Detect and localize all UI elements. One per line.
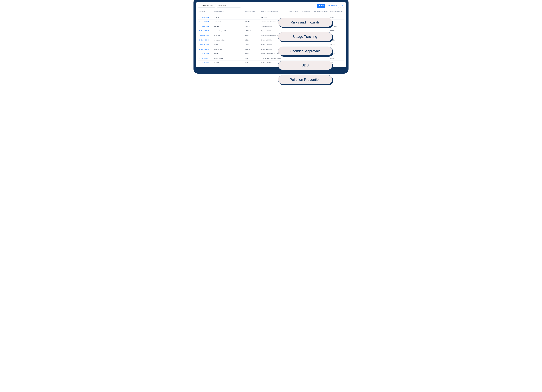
cell-product-name: Acetone — [213, 24, 244, 29]
cell-product-code: 267961 — [244, 42, 260, 47]
cell-environmental-risk — [314, 42, 329, 47]
sort-asc-icon: ▲ — [279, 11, 280, 12]
register-number-link[interactable]: CHEM-0000029 — [198, 47, 213, 51]
cell-product-code: 96996 — [244, 51, 260, 56]
plus-icon — [318, 5, 320, 7]
visualize-button-label: Visualize — [331, 5, 337, 7]
register-number-link[interactable]: CHEM-0000005 — [198, 33, 213, 38]
cell-environmental-risk — [314, 56, 329, 60]
svg-line-1 — [239, 6, 239, 6]
view-selector-dropdown[interactable]: All Chemicals (40) ▾ — [198, 4, 216, 8]
wrench-icon — [341, 5, 343, 7]
register-number-link[interactable]: CHEM-0000030 — [198, 51, 213, 56]
cell-product-name: Carbon disulfide — [213, 56, 244, 60]
sort-asc-icon: ▲ — [224, 11, 225, 12]
feature-pill-pollution-prevention: Pollution Prevention — [278, 75, 332, 84]
cell-product-name: 1-Butene — [213, 15, 244, 20]
cell-product-name: Acetic acid — [213, 20, 244, 24]
cell-product-name: Ammonia — [213, 33, 244, 38]
pie-chart-icon — [328, 5, 330, 7]
settings-button[interactable] — [340, 4, 344, 8]
cell-health-risk — [289, 56, 301, 60]
col-header-product-code[interactable]: PRODUCT CODE — [244, 10, 260, 15]
feature-pill-chemical-approvals: Chemical Approvals — [278, 47, 332, 56]
col-header-product-name[interactable]: PRODUCT NAME▲ — [213, 10, 244, 15]
col-header-sds-revision-date[interactable]: SDS REVISION DATE — [329, 10, 344, 15]
col-header-safety-risk[interactable]: SAFETY RISK — [301, 10, 314, 15]
feature-pill-usage-tracking: Usage Tracking — [278, 32, 332, 41]
visualize-button[interactable]: Visualize — [327, 4, 339, 8]
new-button-label: New — [321, 5, 324, 7]
cell-product-code: 40910 — [244, 56, 260, 60]
feature-pill-sds: SDS — [278, 61, 332, 70]
col-header-environmental-risk[interactable]: ENVIRONMENTAL RISK — [314, 10, 329, 15]
cell-sds-date: 02/2023 — [329, 42, 344, 47]
cell-product-name: Ammonium nitrate — [213, 38, 244, 42]
cell-sds-date: 02/2023 — [329, 29, 344, 33]
register-number-link[interactable]: CHEM-0000026 — [198, 15, 213, 20]
table-row[interactable]: CHEM-0000031Carbon disulfide40910Thermo … — [198, 56, 344, 60]
register-number-link[interactable]: CHEM-0000027 — [198, 29, 213, 33]
svg-point-0 — [238, 5, 239, 6]
cell-product-code — [244, 15, 260, 20]
new-button[interactable]: New — [317, 4, 325, 8]
toolbar: All Chemicals (40) ▾ New Visual — [196, 2, 346, 8]
cell-product-name: Chlorine — [213, 60, 244, 65]
cell-sds-date: 03/2024 — [329, 56, 344, 60]
cell-product-code: 22754 — [244, 60, 260, 65]
cell-product-name: Acrolein/Acrylonitrile Mix — [213, 29, 244, 33]
cell-product-name: Arsenic — [213, 42, 244, 47]
cell-product-code: 270725 — [244, 24, 260, 29]
quick-filter-search[interactable] — [217, 4, 241, 8]
chevron-down-icon: ▾ — [214, 5, 214, 6]
register-number-link[interactable]: CHEM-0000018 — [198, 24, 213, 29]
cell-product-name: Biphenyl — [213, 51, 244, 56]
register-number-link[interactable]: CHEM-0000019 — [198, 38, 213, 42]
search-input[interactable] — [218, 5, 237, 7]
cell-product-code: 185558 — [244, 47, 260, 51]
cell-health-risk — [289, 42, 301, 47]
register-number-link[interactable]: CHEM-0000022 — [198, 20, 213, 24]
feature-pill-risks-hazards: Risks and Hazards — [278, 18, 332, 27]
search-icon — [238, 5, 240, 7]
register-number-link[interactable]: CHEM-0000031 — [198, 56, 213, 60]
cell-manufacturer: Sigma-Aldrich Inc — [260, 42, 289, 47]
table-row[interactable]: CHEM-0000028Arsenic267961Sigma-Aldrich I… — [198, 42, 344, 47]
cell-safety-risk — [301, 42, 314, 47]
view-selector-label: All Chemicals (40) — [200, 5, 213, 7]
cell-sds-date: 05/2022 — [329, 15, 344, 20]
cell-safety-risk — [301, 56, 314, 60]
col-header-health-risk[interactable]: HEALTH RISK — [289, 10, 301, 15]
cell-product-code: S60253 — [244, 20, 260, 24]
register-number-link[interactable]: CHEM-0000028 — [198, 42, 213, 47]
cell-product-code: 09682 — [244, 33, 260, 38]
cell-product-code: 221244 — [244, 38, 260, 42]
cell-manufacturer: Thermo Fisher Scientific Chem — [260, 56, 289, 60]
cell-product-name: Benzyl chloride — [213, 47, 244, 51]
col-header-manufacturer[interactable]: MANUFACTURER/SUPPLIER▲ — [260, 10, 289, 15]
col-header-register-number[interactable]: CHEMICAL REGISTER NUMBER — [198, 10, 213, 15]
register-number-link[interactable]: CHEM-0000001 — [198, 60, 213, 65]
cell-product-code: 46871-U — [244, 29, 260, 33]
